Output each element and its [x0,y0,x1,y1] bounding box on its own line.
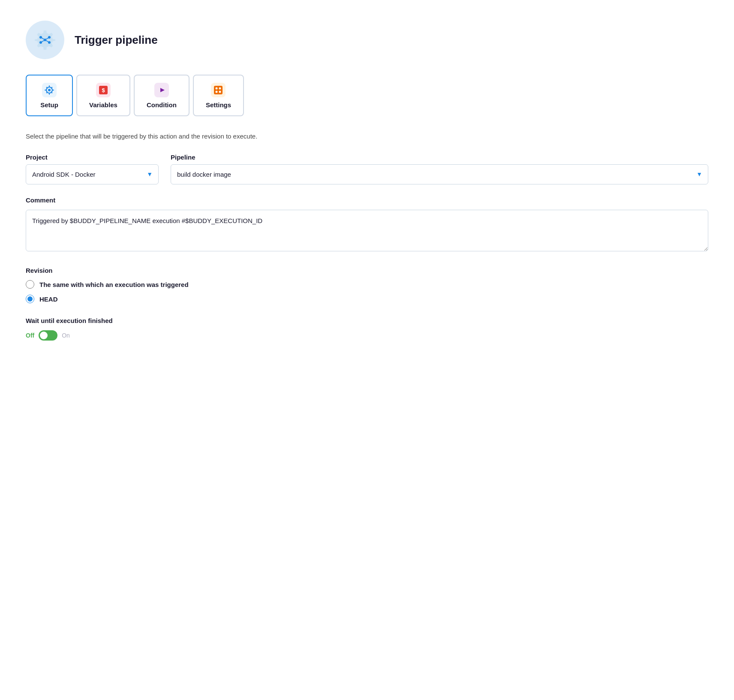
settings-tab-icon [211,82,226,98]
svg-point-23 [216,91,218,93]
tabs-container: Setup $ Variables Condition [26,75,708,116]
wait-label: Wait until execution finished [26,317,708,324]
tab-setup[interactable]: Setup [26,75,73,116]
trigger-pipeline-icon [26,21,64,59]
revision-head-label: HEAD [39,296,58,303]
revision-radio-group: The same with which an execution was tri… [26,280,708,303]
revision-head-option[interactable]: HEAD [26,295,708,303]
form-description: Select the pipeline that will be trigger… [26,132,708,142]
settings-tab-label: Settings [206,101,231,109]
pipeline-group: Pipeline build docker image deploy test … [171,154,708,184]
variables-tab-icon: $ [96,82,111,98]
revision-same-option[interactable]: The same with which an execution was tri… [26,280,708,289]
pipeline-select-wrap: build docker image deploy test ▼ [171,164,708,184]
svg-rect-20 [214,86,223,94]
project-group: Project Android SDK - Docker Other Proje… [26,154,159,184]
toggle-row: Off On [26,330,708,341]
tab-settings[interactable]: Settings [193,75,244,116]
project-select-wrap: Android SDK - Docker Other Project ▼ [26,164,159,184]
revision-label: Revision [26,267,708,274]
toggle-on-label: On [62,332,70,339]
pipeline-select[interactable]: build docker image deploy test [171,164,708,184]
comment-section: Comment [26,196,708,253]
wait-toggle[interactable] [39,330,57,341]
setup-tab-icon [42,82,57,98]
comment-label: Comment [26,196,708,204]
revision-same-label: The same with which an execution was tri… [39,281,189,288]
page-title: Trigger pipeline [75,33,158,47]
setup-tab-label: Setup [40,101,58,109]
svg-point-24 [219,91,221,93]
revision-section: Revision The same with which an executio… [26,267,708,303]
svg-text:$: $ [102,87,105,94]
comment-textarea[interactable] [26,210,708,252]
project-select[interactable]: Android SDK - Docker Other Project [26,164,159,184]
project-pipeline-row: Project Android SDK - Docker Other Proje… [26,154,708,184]
tab-variables[interactable]: $ Variables [76,75,130,116]
toggle-off-label: Off [26,332,34,339]
revision-head-radio[interactable] [26,295,34,303]
project-label: Project [26,154,159,161]
svg-point-21 [216,88,218,90]
revision-same-radio[interactable] [26,280,34,289]
condition-tab-icon [154,82,169,98]
page-header: Trigger pipeline [26,21,708,59]
svg-point-22 [219,88,221,90]
variables-tab-label: Variables [89,101,117,109]
tab-condition[interactable]: Condition [134,75,190,116]
condition-tab-label: Condition [147,101,177,109]
pipeline-label: Pipeline [171,154,708,161]
svg-point-11 [48,89,51,91]
toggle-slider [39,330,57,341]
wait-section: Wait until execution finished Off On [26,317,708,341]
